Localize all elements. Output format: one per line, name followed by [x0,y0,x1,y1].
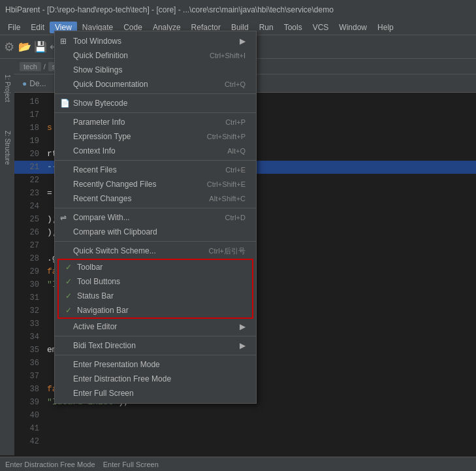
menu-item-navigation-bar-label: Navigation Bar [77,306,129,315]
shortcut-recent-files: Ctrl+E [225,166,246,174]
bidi-arrow: ▶ [240,341,246,350]
compare-icon: ⇌ [60,213,67,222]
menu-item-recently-changed-files[interactable]: Recently Changed Files Ctrl+Shift+E [55,177,256,191]
menu-item-status-bar-label: Status Bar [77,291,114,300]
menu-item-bidi-text-direction[interactable]: Bidi Text Direction ▶ [55,338,256,353]
tool-windows-icon: ⊞ [60,37,67,46]
check-status-bar: ✓ [65,291,72,300]
menu-item-context-info[interactable]: Context Info Alt+Q [55,144,256,158]
checked-menu-section: ✓ Toolbar ✓ Tool Buttons ✓ Status Bar ✓ … [57,259,253,319]
menu-item-quick-switch-scheme-label: Quick Switch Scheme... [73,246,156,255]
menu-item-show-bytecode[interactable]: 📄 Show Bytecode [55,96,256,110]
menu-item-tool-windows-label: Tool Windows [73,37,121,46]
menu-item-context-info-label: Context Info [73,146,116,155]
menu-item-toolbar[interactable]: ✓ Toolbar [59,260,252,274]
menu-item-expression-type[interactable]: Expression Type Ctrl+Shift+P [55,129,256,144]
dropdown-overlay: ⊞ Tool Windows ▶ Quick Definition Ctrl+S… [0,16,476,471]
separator-3 [55,160,256,161]
menu-item-show-siblings-label: Show Siblings [73,65,122,74]
title-text: HbiParent - [D:\repo-hand\repo-tech\tech… [5,5,334,14]
menu-item-tool-buttons[interactable]: ✓ Tool Buttons [59,274,252,289]
menu-item-quick-documentation-label: Quick Documentation [73,80,148,89]
menu-item-compare-with-label: Compare With... [73,213,130,222]
check-navigation-bar: ✓ [65,306,72,315]
separator-2 [55,112,256,113]
menu-item-enter-distraction-free-label: Enter Distraction Free Mode [73,374,171,383]
menu-item-recent-changes[interactable]: Recent Changes Alt+Shift+C [55,191,256,206]
shortcut-quick-definition: Ctrl+Shift+I [210,52,246,59]
separator-5 [55,241,256,242]
shortcut-quick-switch-scheme: Ctrl+后引号 [208,246,246,256]
menu-item-quick-definition-label: Quick Definition [73,51,128,60]
separator-1 [55,93,256,94]
menu-item-quick-switch-scheme[interactable]: Quick Switch Scheme... Ctrl+后引号 [55,244,256,258]
separator-6 [55,336,256,336]
check-toolbar: ✓ [65,263,72,272]
bytecode-icon: 📄 [60,99,70,108]
menu-item-status-bar[interactable]: ✓ Status Bar [59,289,252,303]
menu-item-parameter-info[interactable]: Parameter Info Ctrl+P [55,115,256,129]
menu-item-active-editor[interactable]: Active Editor ▶ [55,319,256,334]
shortcut-context-info: Alt+Q [227,147,246,155]
menu-item-recent-files[interactable]: Recent Files Ctrl+E [55,163,256,177]
menu-item-enter-distraction-free[interactable]: Enter Distraction Free Mode [55,372,256,386]
menu-item-recent-files-label: Recent Files [73,165,117,174]
shortcut-recent-changes: Alt+Shift+C [209,195,246,203]
menu-item-enter-full-screen[interactable]: Enter Full Screen [55,386,256,400]
menu-item-tool-buttons-label: Tool Buttons [77,277,120,286]
menu-item-recently-changed-files-label: Recently Changed Files [73,180,156,189]
menu-item-show-bytecode-label: Show Bytecode [73,99,127,108]
menu-item-compare-clipboard[interactable]: Compare with Clipboard [55,225,256,239]
menu-item-enter-full-screen-label: Enter Full Screen [73,389,134,398]
separator-7 [55,355,256,355]
separator-4 [55,208,256,208]
view-dropdown-menu: ⊞ Tool Windows ▶ Quick Definition Ctrl+S… [54,31,257,404]
shortcut-recently-changed-files: Ctrl+Shift+E [207,180,246,188]
menu-item-show-siblings[interactable]: Show Siblings [55,63,256,77]
menu-item-enter-presentation[interactable]: Enter Presentation Mode [55,357,256,372]
menu-item-enter-presentation-label: Enter Presentation Mode [73,360,160,369]
menu-item-recent-changes-label: Recent Changes [73,194,131,203]
menu-item-compare-clipboard-label: Compare with Clipboard [73,227,157,236]
active-editor-arrow: ▶ [240,322,246,331]
menu-item-quick-definition[interactable]: Quick Definition Ctrl+Shift+I [55,48,256,63]
shortcut-expression-type: Ctrl+Shift+P [207,133,246,140]
shortcut-parameter-info: Ctrl+P [225,118,246,126]
menu-item-tool-windows[interactable]: ⊞ Tool Windows ▶ [55,34,256,48]
menu-item-compare-with[interactable]: ⇌ Compare With... Ctrl+D [55,210,256,225]
check-tool-buttons: ✓ [65,277,72,286]
menu-item-quick-documentation[interactable]: Quick Documentation Ctrl+Q [55,77,256,91]
menu-item-expression-type-label: Expression Type [73,132,131,141]
menu-item-bidi-text-label: Bidi Text Direction [73,341,136,350]
menu-item-active-editor-label: Active Editor [73,322,117,331]
shortcut-compare-with: Ctrl+D [225,214,246,221]
submenu-arrow: ▶ [240,37,246,46]
menu-item-toolbar-label: Toolbar [77,263,103,272]
shortcut-quick-documentation: Ctrl+Q [225,80,246,88]
menu-item-parameter-info-label: Parameter Info [73,118,125,127]
menu-item-navigation-bar[interactable]: ✓ Navigation Bar [59,303,252,317]
